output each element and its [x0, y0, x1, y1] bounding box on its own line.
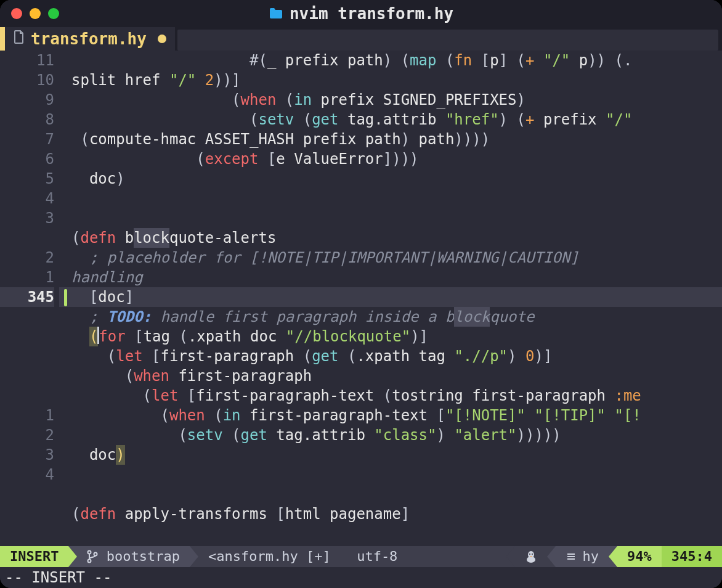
code-line[interactable]: (compute-hmac ASSET_HASH prefix path) pa…	[71, 129, 722, 149]
svg-point-5	[529, 553, 530, 555]
percent: 94%	[627, 547, 652, 566]
svg-point-2	[94, 553, 97, 556]
zoom-icon[interactable]	[48, 8, 59, 19]
close-icon[interactable]	[11, 8, 22, 19]
percent-segment: 94%	[617, 546, 662, 567]
code-line[interactable]: #(_ prefix path) (map (fn [p] (+ "/" p))…	[71, 51, 722, 70]
command-line[interactable]: -- INSERT --	[0, 567, 722, 588]
filetype: hy	[583, 547, 599, 566]
terminal-window: nvim transform.hy transform.hy 111098765…	[0, 0, 722, 588]
position: 345:4	[671, 547, 712, 566]
active-tab-indicator	[0, 27, 5, 51]
code-line[interactable]	[71, 189, 722, 208]
code-line[interactable]: (defn blockquote-alerts	[71, 228, 722, 248]
code-line[interactable]: (when (in first-paragraph-text ["[!NOTE]…	[71, 406, 722, 425]
separator-icon	[190, 546, 198, 567]
os-segment	[515, 546, 547, 567]
code-line[interactable]: handling	[71, 267, 722, 287]
separator-icon	[609, 546, 617, 567]
code-line[interactable]	[71, 208, 722, 228]
code-line[interactable]: (when (in prefix SIGNED_PREFIXES)	[71, 90, 722, 110]
code-line[interactable]: (except [e ValueError])))	[71, 149, 722, 169]
code-line[interactable]: doc)	[71, 169, 722, 189]
tab-active[interactable]: transform.hy	[5, 27, 175, 51]
code-line[interactable]: ; TODO: handle first paragraph inside a …	[71, 307, 722, 327]
statusline: INSERT bootstrap <ansform.hy [+] utf-8	[0, 546, 722, 567]
svg-point-4	[527, 557, 535, 563]
position-segment: 345:4	[662, 546, 722, 567]
line-number-gutter: 11109876543213451234	[0, 51, 59, 546]
editor[interactable]: 11109876543213451234 #(_ prefix path) (m…	[0, 51, 722, 546]
tabline-empty	[177, 30, 718, 51]
folder-icon	[269, 7, 283, 20]
minimize-icon[interactable]	[30, 8, 41, 19]
modified-indicator-icon	[158, 35, 166, 43]
branch-name: bootstrap	[107, 547, 180, 566]
file-icon	[14, 29, 25, 49]
filetype-icon	[566, 551, 577, 562]
svg-point-1	[88, 560, 91, 563]
titlebar: nvim transform.hy	[0, 0, 722, 27]
mode-label: INSERT	[10, 547, 59, 566]
code-line[interactable]: (defn apply-transforms [html pagename]	[71, 504, 722, 524]
filetype-segment: hy	[556, 546, 609, 567]
code-line[interactable]: (setv (get tag.attrib "href") (+ prefix …	[71, 110, 722, 129]
code-area[interactable]: #(_ prefix path) (map (fn [p] (+ "/" p))…	[71, 51, 722, 546]
separator-icon	[547, 546, 556, 567]
code-line[interactable]: (let [first-paragraph-text (tostring fir…	[71, 386, 722, 406]
code-line[interactable]: ; placeholder for [!NOTE|TIP|IMPORTANT|W…	[71, 248, 722, 267]
branch-segment: bootstrap	[77, 546, 189, 567]
separator-icon	[506, 546, 515, 567]
svg-point-0	[88, 551, 91, 554]
mode-segment: INSERT	[0, 546, 68, 567]
code-line[interactable]	[71, 484, 722, 504]
cmdline-text: -- INSERT --	[5, 568, 112, 587]
svg-point-6	[532, 553, 533, 555]
code-line[interactable]	[71, 465, 722, 484]
code-line[interactable]: (for [tag (.xpath doc "//blockquote")]	[71, 327, 722, 346]
code-line[interactable]: (setv (get tag.attrib "class") "alert"))…	[71, 425, 722, 445]
code-line[interactable]: doc)	[71, 445, 722, 465]
tab-filename: transform.hy	[31, 29, 147, 49]
tabline: transform.hy	[0, 27, 722, 51]
sign-column	[59, 51, 71, 546]
file-path: <ansform.hy [+]	[208, 547, 331, 566]
code-line[interactable]: [doc]	[71, 287, 722, 307]
traffic-lights	[0, 8, 59, 19]
window-title: nvim transform.hy	[290, 4, 453, 23]
code-line[interactable]: (when first-paragraph	[71, 366, 722, 386]
encoding: utf-8	[357, 547, 397, 566]
linux-icon	[525, 550, 537, 563]
separator-icon	[68, 546, 77, 567]
file-segment: <ansform.hy [+] utf-8	[198, 546, 506, 567]
code-line[interactable]: (let [first-paragraph (get (.xpath tag "…	[71, 346, 722, 366]
git-branch-icon	[87, 550, 98, 563]
code-line[interactable]: split href "/" 2))]	[71, 70, 722, 90]
